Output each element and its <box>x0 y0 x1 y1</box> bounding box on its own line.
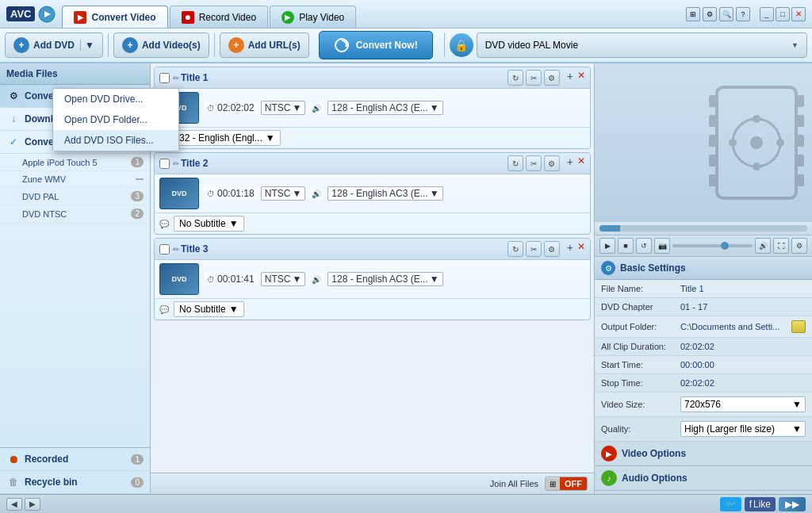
icon-btn-4[interactable]: ? <box>736 7 750 21</box>
video-2-remove-btn[interactable]: ✕ <box>577 155 585 171</box>
svg-rect-13 <box>796 174 804 186</box>
maximize-button[interactable]: □ <box>776 7 790 21</box>
video-2-title[interactable]: Title 2 <box>181 158 508 169</box>
video-3-remove-btn[interactable]: ✕ <box>577 241 585 257</box>
video-2-meta: ⏱ 00:01:18 NTSC▼ 🔊 128 - English AC3 (E.… <box>204 186 585 201</box>
video-3-refresh-btn[interactable]: ↻ <box>508 241 523 257</box>
progress-bar[interactable] <box>599 225 807 232</box>
tab-convert-video[interactable]: ▶ Convert Video <box>62 6 167 28</box>
title-tabs: ▶ Convert Video ⏺ Record Video ▶ Play Vi… <box>62 0 686 28</box>
video-2-settings-btn[interactable]: ⚙ <box>544 155 560 171</box>
video-3-meta: ⏱ 00:01:41 NTSC▼ 🔊 128 - English AC3 (E.… <box>204 272 585 286</box>
tab-play-video[interactable]: ▶ Play Video <box>270 6 356 28</box>
sidebar-sub-item-dvd-ntsc[interactable]: DVD NTSC 2 <box>0 205 150 223</box>
meta-3-audio[interactable]: 128 - English AC3 (E...▼ <box>327 272 442 286</box>
video-3-edit-icon[interactable]: ✏ <box>173 245 179 254</box>
v2-audio: 128 - English AC3 (E... <box>331 188 427 199</box>
meta-3-format[interactable]: NTSC▼ <box>261 272 306 286</box>
meta-2-audio-arrow: ▼ <box>430 188 439 199</box>
quality-value: High (Larger file size) <box>684 423 775 435</box>
volume-slider[interactable] <box>672 244 753 247</box>
video-2-checkbox[interactable] <box>159 159 170 169</box>
convert-now-button[interactable]: Convert Now! <box>319 31 433 59</box>
fullscreen-button[interactable]: ⛶ <box>773 238 789 254</box>
sidebar-item-recorded[interactable]: ⏺ Recorded 1 <box>0 448 150 471</box>
sidebar-item-recycle-bin[interactable]: 🗑 Recycle bin 0 <box>0 471 150 494</box>
subtitle-icon-3: 💬 <box>159 305 169 314</box>
menu-item-open-drive[interactable]: Open DVD Drive... <box>53 89 178 109</box>
video-3-checkbox[interactable] <box>159 244 170 255</box>
sidebar-sub-item-zune[interactable]: Zune WMV <box>0 171 150 188</box>
video-2-subtitle[interactable]: No Subtitle ▼ <box>174 216 244 232</box>
icon-btn-1[interactable]: ⊞ <box>686 7 700 21</box>
main-toolbar: + Add DVD ▼ Open DVD Drive... Open DVD F… <box>0 29 812 63</box>
add-videos-button[interactable]: + Add Video(s) <box>113 33 209 58</box>
meta-1-format[interactable]: NTSC▼ <box>261 101 306 115</box>
quality-dropdown[interactable]: High (Larger file size) ▼ <box>680 421 806 437</box>
video-1-remove-btn[interactable]: ✕ <box>577 70 585 86</box>
video-1-edit-icon[interactable]: ✏ <box>173 74 179 82</box>
tab-record-video[interactable]: ⏺ Record Video <box>170 6 269 28</box>
video-3-title[interactable]: Title 3 <box>181 243 508 255</box>
sidebar-sub-item-ipod[interactable]: Apple iPod Touch 5 1 <box>0 154 150 171</box>
video-2-edit-icon[interactable]: ✏ <box>173 159 179 168</box>
facebook-button[interactable]: f Like <box>745 497 776 511</box>
play-button[interactable]: ▶ <box>599 238 615 254</box>
video-1-checkbox[interactable] <box>159 73 170 83</box>
add-dvd-button[interactable]: + Add DVD ▼ <box>5 33 103 58</box>
video-3-cut-btn[interactable]: ✂ <box>526 241 542 257</box>
screenshot-button[interactable]: 📷 <box>654 238 670 254</box>
video-2-cut-btn[interactable]: ✂ <box>526 155 542 171</box>
sidebar-sub-item-dvd-pal[interactable]: DVD PAL 3 <box>0 188 150 205</box>
meta-2-format[interactable]: NTSC▼ <box>261 186 306 201</box>
video-1-refresh-btn[interactable]: ↻ <box>508 70 523 86</box>
output-folder-button[interactable] <box>791 320 806 333</box>
video-2-refresh-btn[interactable]: ↻ <box>508 155 523 171</box>
meta-2-audio[interactable]: 128 - English AC3 (E...▼ <box>327 186 442 201</box>
video-1-cut-btn[interactable]: ✂ <box>526 70 542 86</box>
sidebar-footer: ⏺ Recorded 1 🗑 Recycle bin 0 <box>0 447 150 494</box>
twitter-button[interactable]: 🐦 <box>720 497 741 511</box>
settings-btn-pb[interactable]: ⚙ <box>791 238 807 254</box>
profile-selector[interactable]: DVD video PAL Movie ▼ <box>477 33 807 58</box>
video-1-title[interactable]: Title 1 <box>181 72 508 83</box>
settings-header: ⚙ Basic Settings <box>595 257 812 280</box>
stop-button[interactable]: ■ <box>618 238 634 254</box>
minimize-button[interactable]: _ <box>760 7 774 21</box>
video-3-subtitle[interactable]: No Subtitle ▼ <box>174 301 244 317</box>
nav-next-button[interactable]: ▶ <box>25 498 40 511</box>
duration-value: 02:02:02 <box>680 342 806 351</box>
video-item-3-body: DVD ⏱ 00:01:41 NTSC▼ 🔊 128 <box>155 260 590 298</box>
nav-prev-button[interactable]: ◀ <box>6 498 22 511</box>
video-2-add-btn[interactable]: + <box>567 155 573 171</box>
meta-1-audio[interactable]: 128 - English AC3 (E...▼ <box>327 101 442 115</box>
filename-value: Title 1 <box>680 284 806 293</box>
video-options-button[interactable]: ▶ Video Options <box>595 442 812 466</box>
video-1-settings-btn[interactable]: ⚙ <box>544 70 560 86</box>
play-tab-icon: ▶ <box>282 11 294 24</box>
svg-point-17 <box>753 163 760 170</box>
video-1-subtitle[interactable]: 32 - English (Engl... ▼ <box>174 130 281 146</box>
icon-btn-2[interactable]: ⚙ <box>703 7 717 21</box>
audio-options-button[interactable]: ♪ Audio Options <box>595 466 812 491</box>
video-3-settings-btn[interactable]: ⚙ <box>544 241 560 257</box>
add-dvd-dropdown-arrow[interactable]: ▼ <box>80 40 94 51</box>
icon-btn-3[interactable]: 🔍 <box>719 7 733 21</box>
join-toggle[interactable]: ⊞ OFF <box>545 477 588 491</box>
add-url-button[interactable]: + Add URL(s) <box>220 33 309 58</box>
video-3-add-btn[interactable]: + <box>567 241 573 257</box>
svg-rect-10 <box>796 115 804 127</box>
menu-item-add-iso[interactable]: Add DVD ISO Files... <box>53 130 178 151</box>
app-logo: AVC <box>0 6 62 23</box>
loop-button[interactable]: ↺ <box>636 238 652 254</box>
close-button[interactable]: ✕ <box>791 7 806 21</box>
menu-item-open-folder[interactable]: Open DVD Folder... <box>53 109 178 130</box>
video-1-add-btn[interactable]: + <box>567 70 573 86</box>
toggle-off-label[interactable]: OFF <box>560 477 587 490</box>
videosize-dropdown[interactable]: 720x576 ▼ <box>680 396 806 412</box>
v2-format: NTSC <box>265 188 291 199</box>
settings-row-filename: File Name: Title 1 <box>595 280 812 298</box>
v1-audio: 128 - English AC3 (E... <box>331 102 427 113</box>
vol-icon[interactable]: 🔊 <box>755 238 771 254</box>
next-button[interactable]: ▶▶ <box>779 497 806 511</box>
